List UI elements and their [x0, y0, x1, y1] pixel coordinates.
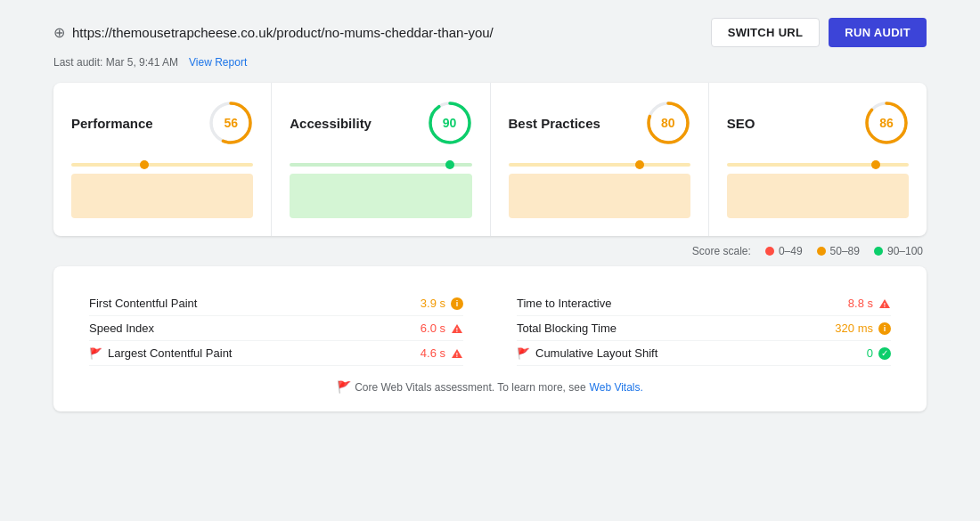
globe-icon: ⊕: [53, 24, 65, 41]
run-audit-button[interactable]: RUN AUDIT: [829, 18, 927, 47]
metric-row: 🚩Cumulative Layout Shift 0✓: [517, 341, 891, 366]
metrics-panel: First Contentful Paint 3.9 si Speed Inde…: [53, 266, 927, 411]
metric-row: Total Blocking Time 320 msi: [517, 316, 891, 341]
gauge-line: [71, 163, 253, 167]
metric-name: 🚩Cumulative Layout Shift: [517, 346, 657, 360]
score-number: 90: [443, 116, 457, 130]
score-card-seo: SEO 86: [709, 83, 927, 236]
gauge-rect: [509, 174, 690, 218]
score-scale: Score scale: 0–49 50–89 90–100: [53, 245, 927, 257]
info-icon: i: [878, 322, 891, 335]
metric-name: Total Blocking Time: [517, 322, 617, 335]
metric-name: 🚩Largest Contentful Paint: [89, 346, 232, 360]
scale-green-item: 90–100: [874, 245, 923, 257]
metric-name: Time to Interactive: [517, 297, 611, 310]
metric-value: 4.6 s !: [421, 346, 463, 360]
gauge-dot: [445, 160, 454, 169]
metric-row: Speed Index 6.0 s !: [89, 316, 463, 341]
metric-name: First Contentful Paint: [89, 297, 197, 310]
url-bar: ⊕ https://themousetrapcheese.co.uk/produ…: [53, 24, 494, 41]
scale-red-item: 0–49: [765, 245, 803, 257]
gauge-rect: [290, 174, 471, 218]
scale-red-label: 0–49: [779, 245, 803, 257]
score-cards: Performance 56 Accessibility: [53, 83, 927, 236]
score-card-best-practices: Best Practices 80: [491, 83, 709, 236]
gauge-dot: [635, 160, 644, 169]
score-circle: 80: [646, 101, 690, 145]
gauge-container: [509, 163, 690, 218]
metric-value: 320 msi: [835, 322, 891, 335]
svg-text:!: !: [456, 327, 458, 333]
warn-icon: !: [451, 323, 463, 334]
gauge-rect: [71, 174, 253, 218]
info-icon: i: [451, 297, 463, 310]
scale-green-dot: [874, 247, 883, 256]
scale-red-dot: [765, 247, 774, 256]
score-number: 80: [661, 116, 675, 130]
bookmark-flag-icon: 🚩: [337, 380, 351, 394]
scale-orange-dot: [817, 247, 826, 256]
gauge-container: [71, 163, 253, 218]
warn-icon: !: [451, 348, 463, 359]
last-audit-text: Last audit: Mar 5, 9:41 AM: [53, 56, 178, 69]
scale-orange-item: 50–89: [817, 245, 860, 257]
score-circle: 56: [208, 101, 253, 145]
flag-icon: 🚩: [517, 347, 530, 360]
gauge-dot: [140, 160, 149, 169]
sub-header: Last audit: Mar 5, 9:41 AM View Report: [53, 56, 927, 69]
gauge-rect: [727, 174, 909, 218]
card-top: Accessibility 90: [290, 101, 471, 145]
metrics-right-col: Time to Interactive 8.8 s ! Total Blocki…: [517, 291, 891, 366]
view-report-link[interactable]: View Report: [189, 56, 247, 69]
metric-row: 🚩Largest Contentful Paint 4.6 s !: [89, 341, 463, 366]
metric-value: 8.8 s !: [848, 297, 891, 310]
gauge-line: [727, 163, 909, 167]
metrics-left-col: First Contentful Paint 3.9 si Speed Inde…: [89, 291, 463, 366]
card-title: Accessibility: [290, 116, 372, 131]
gauge-container: [727, 163, 909, 218]
metric-value: 0✓: [867, 346, 891, 360]
card-title: SEO: [727, 116, 755, 131]
score-card-accessibility: Accessibility 90: [272, 83, 490, 236]
card-top: Performance 56: [71, 101, 253, 145]
score-number: 56: [224, 116, 238, 130]
card-top: SEO 86: [727, 101, 909, 145]
scale-orange-label: 50–89: [830, 245, 860, 257]
metrics-grid: First Contentful Paint 3.9 si Speed Inde…: [89, 291, 891, 366]
switch-url-button[interactable]: SWITCH URL: [711, 18, 821, 47]
web-vitals-link[interactable]: Web Vitals.: [590, 381, 643, 394]
svg-text:!: !: [456, 352, 458, 358]
gauge-dot: [871, 160, 880, 169]
gauge-line: [290, 163, 471, 167]
score-circle: 86: [864, 101, 909, 145]
metric-value: 6.0 s !: [421, 322, 463, 335]
card-top: Best Practices 80: [509, 101, 690, 145]
gauge-line: [509, 163, 690, 167]
metric-row: Time to Interactive 8.8 s !: [517, 291, 891, 316]
card-title: Performance: [71, 116, 153, 131]
metric-name: Speed Index: [89, 322, 154, 335]
metrics-footer: 🚩 Core Web Vitals assessment. To learn m…: [89, 380, 891, 394]
score-circle: 90: [428, 101, 472, 145]
flag-icon: 🚩: [89, 347, 102, 360]
header-buttons: SWITCH URL RUN AUDIT: [711, 18, 927, 47]
score-scale-label: Score scale:: [692, 245, 751, 257]
warn-icon: !: [878, 298, 891, 309]
footer-text: Core Web Vitals assessment. To learn mor…: [355, 381, 585, 394]
score-number: 86: [879, 116, 894, 130]
header: ⊕ https://themousetrapcheese.co.uk/produ…: [53, 18, 927, 47]
scale-green-label: 90–100: [887, 245, 923, 257]
url-text: https://themousetrapcheese.co.uk/product…: [72, 25, 494, 40]
check-icon: ✓: [878, 347, 891, 360]
card-title: Best Practices: [509, 116, 600, 131]
svg-text:!: !: [884, 302, 886, 308]
gauge-container: [290, 163, 471, 218]
metric-row: First Contentful Paint 3.9 si: [89, 291, 463, 316]
score-card-performance: Performance 56: [53, 83, 272, 236]
metric-value: 3.9 si: [421, 297, 463, 310]
